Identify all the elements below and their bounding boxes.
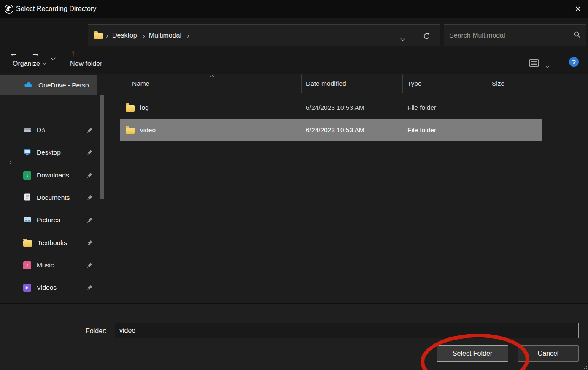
breadcrumb-separator-icon: [186, 32, 189, 39]
sidebar-item-onedrive[interactable]: OneDrive - Perso: [0, 75, 97, 95]
sidebar-item-label: Documents: [37, 194, 70, 201]
videos-icon: ▶: [23, 284, 31, 292]
sidebar-item-music[interactable]: ♪ Music: [0, 254, 98, 276]
column-header-name[interactable]: Name: [120, 74, 302, 93]
list-view-icon: [529, 58, 539, 68]
file-list-header: Name Date modified Type Size: [120, 74, 542, 93]
breadcrumb-separator-icon: [105, 32, 108, 39]
music-icon: ♪: [23, 261, 31, 269]
select-folder-button[interactable]: Select Folder: [437, 345, 508, 362]
column-header-type[interactable]: Type: [403, 74, 487, 93]
window-title: Select Recording Directory: [16, 5, 96, 13]
folder-icon: [23, 240, 32, 247]
sidebar-scrollbar-thumb[interactable]: [100, 95, 104, 199]
sidebar-item-label: D:\: [37, 126, 45, 134]
column-header-size[interactable]: Size: [487, 74, 542, 93]
new-folder-button[interactable]: New folder: [70, 57, 102, 71]
sidebar-item-label: Pictures: [37, 216, 60, 224]
pin-icon[interactable]: [87, 285, 93, 292]
organize-label: Organize: [13, 60, 40, 68]
sidebar-item-videos[interactable]: ▶ Videos: [0, 277, 98, 299]
breadcrumb-item-desktop[interactable]: Desktop: [112, 32, 137, 39]
search-icon: [573, 31, 581, 40]
sidebar-item-label: OneDrive - Perso: [38, 82, 89, 89]
sidebar-item-textbooks[interactable]: Textbooks: [0, 232, 98, 254]
column-header-date-modified[interactable]: Date modified: [302, 74, 403, 93]
file-name: log: [140, 104, 149, 112]
file-date-modified: 6/24/2023 10:53 AM: [302, 126, 403, 134]
file-name: video: [140, 126, 156, 134]
onedrive-cloud-icon: [24, 81, 33, 90]
sidebar-item-pictures[interactable]: Pictures: [0, 209, 98, 231]
folder-icon: [126, 128, 135, 134]
chevron-down-icon: [43, 61, 46, 64]
sidebar-item-label: Videos: [37, 284, 57, 291]
pin-icon[interactable]: [87, 217, 93, 225]
chevron-down-icon: [546, 65, 549, 68]
navigation-chrome: ← → ↑ Desktop Multimodal Organize: [0, 18, 588, 74]
cancel-button[interactable]: Cancel: [518, 345, 579, 362]
help-icon: ?: [572, 58, 576, 65]
refresh-button[interactable]: [423, 32, 431, 42]
sidebar-item-d-drive[interactable]: D:\: [0, 119, 98, 141]
file-list: log 6/24/2023 10:53 AM File folder video…: [120, 96, 542, 141]
address-bar[interactable]: Desktop Multimodal: [88, 24, 440, 46]
help-button[interactable]: ?: [569, 57, 579, 67]
close-icon: ×: [575, 3, 581, 14]
breadcrumb-separator-icon: [142, 32, 144, 39]
sidebar-item-label: Desktop: [37, 149, 61, 156]
sidebar-item-desktop[interactable]: Desktop: [0, 141, 98, 163]
close-button[interactable]: ×: [568, 0, 588, 18]
pin-icon[interactable]: [87, 150, 93, 157]
title-bar: Select Recording Directory: [0, 0, 588, 18]
recent-locations-dropdown[interactable]: [51, 51, 55, 63]
pin-icon[interactable]: [87, 195, 93, 202]
pin-icon[interactable]: [87, 172, 93, 180]
file-row-log[interactable]: log 6/24/2023 10:53 AM File folder: [120, 96, 542, 119]
obs-logo-icon: [4, 4, 14, 14]
drive-icon: [23, 125, 31, 135]
folder-icon: [126, 105, 135, 112]
desktop-icon: [23, 148, 31, 158]
sidebar-item-label: Textbooks: [38, 239, 67, 247]
documents-icon: [23, 193, 31, 203]
file-type: File folder: [403, 126, 487, 134]
sort-ascending-icon: [210, 75, 214, 79]
select-folder-label: Select Folder: [453, 350, 492, 357]
folder-label: Folder:: [86, 327, 107, 335]
chevron-down-icon: [51, 55, 55, 60]
refresh-icon: [423, 32, 431, 40]
pin-icon[interactable]: [87, 262, 93, 270]
sidebar-item-downloads[interactable]: ↓ Downloads: [0, 164, 98, 186]
change-view-button[interactable]: [529, 58, 539, 69]
folder-name-input[interactable]: [115, 323, 579, 338]
organize-menu-button[interactable]: Organize: [13, 57, 46, 71]
downloads-icon: ↓: [23, 171, 31, 180]
sidebar-item-label: Music: [37, 261, 54, 269]
file-date-modified: 6/24/2023 10:53 AM: [302, 104, 403, 112]
resize-grip[interactable]: [582, 364, 587, 369]
sidebar-item-documents[interactable]: Documents: [0, 187, 98, 209]
pin-icon[interactable]: [87, 240, 93, 248]
chevron-down-icon: [400, 36, 405, 41]
address-dropdown-button[interactable]: [401, 34, 405, 42]
cancel-label: Cancel: [538, 350, 559, 357]
search-input[interactable]: [444, 32, 573, 39]
breadcrumb-folder-icon: [94, 33, 103, 39]
search-box[interactable]: [444, 24, 586, 46]
new-folder-label: New folder: [70, 60, 102, 68]
pictures-icon: [23, 215, 31, 225]
file-type: File folder: [403, 104, 487, 112]
view-options-dropdown[interactable]: [546, 62, 549, 69]
sidebar-item-label: Downloads: [37, 171, 69, 179]
breadcrumb-item-multimodal[interactable]: Multimodal: [149, 32, 181, 39]
pin-icon[interactable]: [87, 127, 93, 135]
file-row-video[interactable]: video 6/24/2023 10:53 AM File folder: [120, 119, 542, 141]
